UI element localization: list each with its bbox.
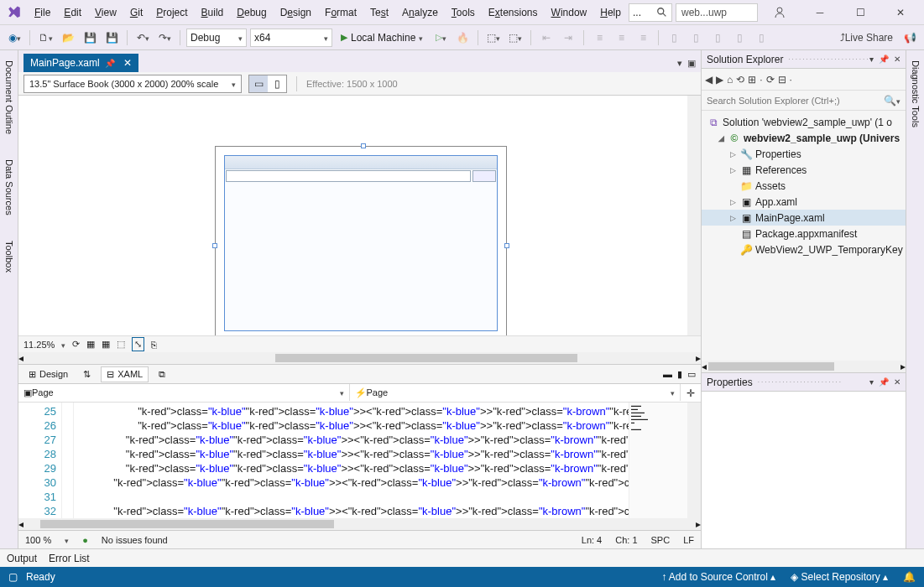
undo-button[interactable]: ↶: [133, 29, 152, 47]
menu-extensions[interactable]: Extensions: [483, 3, 544, 22]
collapse-icon[interactable]: ▭: [687, 369, 696, 380]
sync-icon[interactable]: ⟲: [736, 74, 744, 86]
home-icon[interactable]: ⌂: [727, 74, 733, 86]
solution-tree[interactable]: ⧉Solution 'webview2_sample_uwp' (1 o ◢©w…: [702, 111, 906, 361]
tree-hscroll[interactable]: ◂▸: [702, 361, 906, 372]
tab-window-icon[interactable]: ▣: [687, 58, 696, 69]
save-button[interactable]: 💾: [81, 29, 99, 47]
layer-icon[interactable]: ⬚: [484, 29, 503, 47]
zoom-level[interactable]: 11.25%: [23, 340, 55, 350]
grid-icon[interactable]: ▦: [86, 339, 95, 350]
showall-icon[interactable]: ⊞: [748, 74, 756, 86]
tab-diagnostic-tools[interactable]: Diagnostic Tools: [909, 55, 922, 132]
new-project-button[interactable]: 🗋: [36, 29, 55, 47]
menu-help[interactable]: Help: [594, 3, 627, 22]
tab-toolbox[interactable]: Toolbox: [3, 236, 16, 278]
designer-hscroll[interactable]: ◂▸: [18, 352, 701, 364]
config-combo[interactable]: Debug: [186, 29, 247, 47]
save-all-button[interactable]: 💾: [102, 29, 121, 47]
code-body[interactable]: 2526272829303132 "k-red">class="k-blue""…: [18, 403, 701, 518]
code-hscroll[interactable]: ◂▸: [18, 518, 701, 530]
solution-search[interactable]: 🔍: [702, 91, 906, 111]
select-repository[interactable]: ◈ Select Repository ▴: [791, 571, 888, 583]
account-icon[interactable]: [761, 1, 798, 24]
title-search[interactable]: ...: [629, 3, 672, 22]
fit-icon[interactable]: ⬚: [117, 339, 125, 350]
tab-document-outline[interactable]: Document Outline: [3, 55, 16, 139]
fwd-icon[interactable]: ▶: [716, 74, 723, 86]
menu-view[interactable]: View: [89, 3, 123, 22]
menu-design[interactable]: Design: [274, 3, 317, 22]
close-button[interactable]: ✕: [882, 1, 919, 24]
tab-data-sources[interactable]: Data Sources: [3, 154, 16, 221]
col-indicator[interactable]: Ch: 1: [615, 535, 637, 545]
tab-error-list[interactable]: Error List: [49, 553, 90, 564]
tree-item-references[interactable]: ▷▦References: [702, 162, 906, 178]
nav-back-button[interactable]: ◉: [5, 29, 23, 47]
menu-analyze[interactable]: Analyze: [396, 3, 444, 22]
solution-explorer-header[interactable]: Solution Explorer ······················…: [702, 50, 906, 69]
search-icon[interactable]: 🔍: [879, 95, 906, 106]
panel-pin-icon[interactable]: 📌: [879, 55, 889, 64]
page-preview[interactable]: [224, 155, 498, 331]
tree-item-package-appxmanifest[interactable]: ▤Package.appxmanifest: [702, 226, 906, 242]
menu-git[interactable]: Git: [124, 3, 149, 22]
props-menu-icon[interactable]: ▾: [869, 377, 874, 387]
maximize-button[interactable]: ☐: [842, 1, 879, 24]
menu-edit[interactable]: Edit: [58, 3, 87, 22]
vertical-scrollbar[interactable]: [687, 96, 701, 335]
live-share-button[interactable]: ⤴ Live Share: [838, 29, 895, 47]
collapse-all-icon[interactable]: ⊟: [778, 74, 786, 86]
nav-combo-left[interactable]: ▣ Page: [18, 384, 350, 401]
run-no-debug-button[interactable]: ▷: [431, 29, 450, 47]
split-editor-icon[interactable]: ✛: [681, 384, 701, 402]
platform-combo[interactable]: x64: [250, 29, 332, 47]
redo-button[interactable]: ↷: [155, 29, 174, 47]
menu-build[interactable]: Build: [196, 3, 230, 22]
refresh-tree-icon[interactable]: ⟳: [766, 74, 775, 86]
design-surface[interactable]: [215, 146, 507, 335]
pin-icon[interactable]: 📌: [105, 59, 115, 68]
menu-window[interactable]: Window: [546, 3, 593, 22]
menu-project[interactable]: Project: [150, 3, 193, 22]
designer-canvas[interactable]: [18, 96, 701, 335]
code-vscroll[interactable]: [687, 403, 701, 518]
feedback-icon[interactable]: 📢: [901, 29, 919, 47]
open-button[interactable]: 📂: [59, 29, 77, 47]
device-combo[interactable]: 13.5" Surface Book (3000 x 2000) 200% sc…: [23, 75, 242, 93]
line-indicator[interactable]: Ln: 4: [582, 535, 602, 545]
code-zoom[interactable]: 100 %: [25, 535, 51, 545]
swap-panes-icon[interactable]: ⇅: [83, 369, 91, 380]
spaces-indicator[interactable]: SPC: [651, 535, 671, 545]
code-icon[interactable]: ⎘: [151, 340, 157, 350]
menu-file[interactable]: File: [29, 3, 56, 22]
tree-item-app-xaml[interactable]: ▷▣App.xaml: [702, 194, 906, 210]
eol-indicator[interactable]: LF: [683, 535, 694, 545]
tree-item-properties[interactable]: ▷🔧Properties: [702, 146, 906, 162]
dock-icon[interactable]: ⬚: [506, 29, 525, 47]
tab-xaml[interactable]: ⊟ XAML: [101, 366, 149, 382]
minimize-button[interactable]: ─: [801, 1, 838, 24]
add-source-control[interactable]: ↑ Add to Source Control ▴: [661, 571, 775, 583]
menu-format[interactable]: Format: [319, 3, 363, 22]
notifications-icon[interactable]: 🔔: [903, 571, 916, 583]
solution-root[interactable]: ⧉Solution 'webview2_sample_uwp' (1 o: [702, 114, 906, 130]
panel-close-icon[interactable]: ✕: [894, 55, 901, 64]
tab-output[interactable]: Output: [7, 553, 37, 564]
issues-text[interactable]: No issues found: [102, 535, 168, 545]
hot-reload-icon[interactable]: 🔥: [453, 29, 472, 47]
snap-icon[interactable]: ⤡: [132, 337, 144, 351]
tab-mainpage-xaml[interactable]: MainPage.xaml 📌 ✕: [23, 54, 138, 72]
panel-menu-icon[interactable]: ▾: [869, 55, 874, 64]
status-mode-icon[interactable]: ▢: [8, 571, 18, 583]
menu-test[interactable]: Test: [364, 3, 394, 22]
menu-tools[interactable]: Tools: [446, 3, 481, 22]
tree-item-assets[interactable]: 📁Assets: [702, 178, 906, 194]
popout-icon[interactable]: ⧉: [159, 369, 165, 380]
minimap[interactable]: ▬▬▬▬▬▬▬▬▬▬▬▬▬▬▬▬▬▬▬▬▬: [629, 403, 687, 518]
properties-header[interactable]: Properties ························ ▾📌✕: [702, 373, 906, 392]
menu-debug[interactable]: Debug: [231, 3, 272, 22]
refresh-icon[interactable]: ⟳: [72, 339, 80, 350]
project-node[interactable]: ◢©webview2_sample_uwp (Univers: [702, 130, 906, 146]
props-close-icon[interactable]: ✕: [894, 377, 901, 387]
